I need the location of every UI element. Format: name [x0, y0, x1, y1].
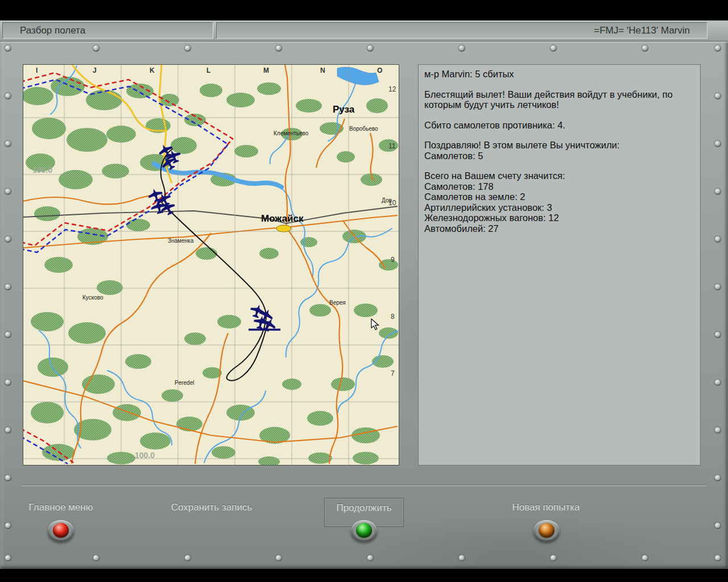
- rivet-icon: [642, 555, 648, 562]
- rivet-icon: [5, 523, 11, 529]
- rivet-icon: [715, 555, 721, 562]
- title-strip: Разбор полета =FMJ= 'He113' Marvin: [0, 20, 728, 41]
- rivet-icon: [5, 141, 11, 147]
- rivet-icon: [715, 523, 721, 529]
- rivet-icon: [715, 427, 721, 434]
- debrief-mission-planes: Самолетов: 5: [424, 151, 694, 161]
- grid-column-label: I: [36, 66, 38, 74]
- green-button-icon[interactable]: [356, 523, 372, 538]
- debrief-congrats: Поздравляю! В этом вылете Вы уничтожили:: [424, 140, 694, 151]
- rivet-icon: [715, 93, 721, 99]
- debrief-praise: Блестящий вылет! Ваши действия войдут в …: [424, 89, 694, 110]
- rivet-icon: [715, 475, 721, 481]
- bottom-divider: [22, 485, 706, 486]
- rivet-icon: [715, 189, 721, 195]
- refly-push-button[interactable]: [533, 519, 560, 543]
- pilot-name-text: =FMJ= 'He113' Marvin: [594, 25, 690, 36]
- main-menu-button[interactable]: Главное меню: [10, 502, 112, 513]
- rivet-icon: [93, 555, 100, 562]
- map-label-peredel: Peredel: [175, 380, 194, 386]
- rivet-icon: [185, 45, 191, 52]
- rivet-icon: [551, 555, 557, 562]
- map-label-klementevo: Клементьево: [274, 130, 309, 136]
- continue-button[interactable]: Продолжить: [313, 502, 415, 514]
- debrief-enemy-downed: Сбито самолетов противника: 4.: [424, 120, 694, 131]
- rivet-icon: [715, 45, 721, 52]
- debrief-header: м-р Marvin: 5 сбитых: [424, 69, 694, 80]
- grid-row-label: 11: [388, 142, 396, 150]
- rivet-icon: [642, 45, 648, 52]
- refly-button[interactable]: Новая попытка: [495, 502, 597, 513]
- grid-column-label: L: [206, 66, 210, 74]
- rivet-icon: [459, 45, 465, 52]
- debrief-total-cars: Автомобилей: 27: [424, 223, 694, 234]
- rivet-icon: [5, 45, 11, 52]
- amber-button-icon[interactable]: [539, 523, 555, 538]
- grid-row-label: 12: [388, 85, 396, 93]
- rivet-icon: [185, 555, 191, 562]
- rivet-icon: [5, 555, 11, 562]
- rivet-icon: [5, 284, 11, 290]
- rivet-icon: [715, 141, 721, 147]
- rivet-icon: [551, 45, 557, 52]
- grid-row-label: 7: [391, 369, 395, 377]
- debrief-total-wagons: Железнодорожных вагонов: 12: [424, 213, 694, 223]
- map-town-marker-mozhaysk: [276, 225, 291, 232]
- screen-title: Разбор полета: [2, 22, 213, 39]
- bottom-black-bar: [0, 569, 728, 582]
- rivet-icon: [459, 555, 465, 562]
- debriefing-screen: Разбор полета =FMJ= 'He113' Marvin: [0, 0, 728, 582]
- mouse-cursor-icon: [371, 318, 382, 331]
- top-black-bar: [0, 0, 728, 20]
- rivet-icon: [5, 475, 11, 481]
- rivet-icon: [5, 332, 11, 338]
- grid-column-label: J: [93, 66, 97, 74]
- rivet-icon: [715, 284, 721, 290]
- mission-map: I J K L M N O 12 11 10 9 8 7 Руза Клемен…: [23, 64, 399, 465]
- map-label-vorobevo: Воробьево: [349, 126, 378, 132]
- map-scale-label: 100.0: [135, 451, 155, 460]
- red-button-icon[interactable]: [53, 523, 69, 538]
- rivet-icon: [5, 236, 11, 243]
- map-label-dor: Дор: [382, 197, 392, 203]
- grid-row-label: 9: [391, 256, 395, 264]
- rivet-icon: [367, 555, 374, 562]
- rivet-icon: [276, 45, 282, 52]
- debrief-total-header: Всего на Вашем счету значится:: [424, 171, 694, 181]
- grid-column-label: M: [263, 66, 269, 74]
- map-label-ruza: Руза: [333, 104, 355, 115]
- pilot-name-box: =FMJ= 'He113' Marvin: [216, 22, 708, 39]
- rivet-icon: [5, 427, 11, 434]
- rivet-icon: [715, 332, 721, 338]
- rivet-icon: [5, 93, 11, 99]
- rivet-icon: [715, 236, 721, 243]
- debrief-total-planes-ground: Самолетов на земле: 2: [424, 192, 694, 202]
- grid-column-label: O: [377, 66, 382, 74]
- screen-title-text: Разбор полета: [20, 25, 85, 36]
- rivet-icon: [715, 380, 721, 386]
- map-label-znamenka: Знаменка: [168, 238, 194, 244]
- debrief-total-planes: Самолетов: 178: [424, 181, 694, 192]
- debrief-panel: м-р Marvin: 5 сбитых Блестящий вылет! Ва…: [418, 64, 701, 465]
- map-label-mozhaysk: Можайск: [261, 213, 304, 224]
- main-menu-push-button[interactable]: [48, 519, 74, 543]
- debrief-total-artillery: Артиллерийских установок: 3: [424, 202, 694, 213]
- rivet-icon: [5, 380, 11, 386]
- rivet-icon: [367, 45, 374, 52]
- rivet-icon: [5, 189, 11, 195]
- map-scale-label: 100.0: [32, 165, 52, 174]
- rivet-icon: [93, 45, 100, 52]
- map-canvas: I J K L M N O 12 11 10 9 8 7 Руза Клемен…: [23, 65, 399, 465]
- grid-column-label: N: [320, 66, 325, 74]
- save-track-button[interactable]: Сохранить запись: [160, 502, 263, 513]
- grid-column-label: K: [150, 66, 155, 74]
- map-label-vereya: Верея: [329, 300, 346, 306]
- rivet-icon: [276, 555, 282, 562]
- grid-row-label: 8: [391, 313, 395, 321]
- map-label-kuskovo: Кусково: [82, 294, 104, 301]
- continue-push-button[interactable]: [351, 519, 377, 543]
